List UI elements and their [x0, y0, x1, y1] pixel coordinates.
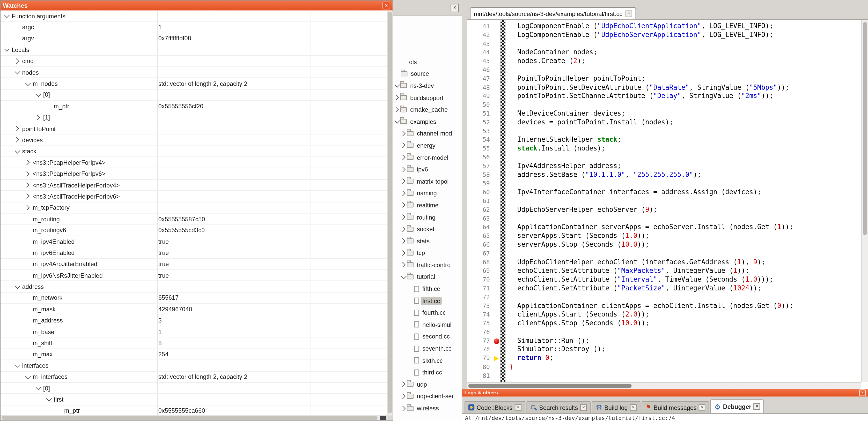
code-line[interactable] — [509, 39, 861, 48]
code-line[interactable] — [509, 101, 861, 110]
line-number[interactable]: 55 — [467, 144, 493, 153]
code-line[interactable]: serverApps.Stop (Seconds (10.0)); — [509, 240, 861, 249]
watch-row[interactable]: <ns3::PcapHelperForIpv4> — [1, 157, 387, 169]
marker-slot[interactable] — [493, 118, 500, 127]
marker-slot[interactable] — [493, 136, 500, 144]
watch-row[interactable]: nodes — [1, 67, 387, 78]
code-line[interactable]: pointToPoint.SetChannelAttribute ("Delay… — [509, 92, 861, 101]
tree-item[interactable]: udp — [393, 378, 462, 390]
chevron-right-icon[interactable] — [14, 58, 21, 64]
watch-row[interactable]: m_ptr0x55555556cf20 — [1, 101, 387, 112]
line-number[interactable]: 69 — [467, 267, 493, 276]
editor-tab[interactable]: mnt/dev/tools/source/ns-3-dev/examples/t… — [470, 7, 637, 20]
chevron-right-icon[interactable] — [401, 381, 407, 387]
watch-row[interactable]: Locals — [1, 44, 387, 56]
watch-row[interactable]: m_nodesstd::vector of length 2, capacity… — [1, 78, 387, 90]
chevron-right-icon[interactable] — [401, 190, 407, 196]
tree-item[interactable]: wireless — [393, 402, 462, 414]
chevron-right-icon[interactable] — [401, 154, 407, 161]
tree-item[interactable]: ns-3-dev — [393, 79, 462, 92]
editor-horizontal-scrollbar-thumb[interactable] — [468, 384, 632, 388]
watch-row[interactable]: m_network655617 — [1, 292, 387, 304]
tree-item[interactable]: udp-client-ser — [393, 390, 462, 402]
code-line[interactable]: clientApps.Start (Seconds (2.0)); — [509, 311, 861, 319]
line-number[interactable]: 74 — [467, 311, 493, 319]
breakpoint-margin[interactable] — [493, 20, 500, 382]
line-number[interactable]: 60 — [467, 188, 493, 197]
tree-item[interactable]: buildsupport — [393, 92, 462, 104]
chevron-right-icon[interactable] — [25, 204, 31, 211]
tree-item[interactable]: cmake_cache — [393, 104, 462, 116]
tree-item[interactable]: traffic-contro — [393, 259, 462, 271]
breakpoint-icon[interactable] — [494, 338, 499, 344]
line-number[interactable]: 43 — [467, 39, 493, 48]
line-number[interactable]: 59 — [467, 180, 493, 188]
chevron-right-icon[interactable] — [401, 142, 407, 149]
watch-row[interactable]: <ns3::AsciiTraceHelperForIpv4> — [1, 180, 387, 191]
code-line[interactable] — [509, 215, 861, 223]
code-line[interactable]: Ipv4AddressHelper address; — [509, 162, 861, 171]
watches-horizontal-scrollbar-thumb[interactable] — [2, 416, 377, 420]
marker-slot[interactable] — [493, 328, 500, 337]
logs-tab-code-blocks[interactable]: Code::Blocks× — [465, 401, 525, 413]
watch-row[interactable]: cmd — [1, 56, 387, 67]
code-line[interactable]: NetDeviceContainer devices; — [509, 109, 861, 118]
panel-splitter[interactable] — [462, 0, 467, 389]
tree-item[interactable]: ols — [393, 56, 462, 68]
marker-slot[interactable] — [493, 249, 500, 258]
code-line[interactable] — [509, 197, 861, 205]
tree-item[interactable]: ipv6 — [393, 163, 462, 175]
tree-item[interactable]: fifth.cc — [393, 283, 462, 295]
editor-tab-close-icon[interactable]: × — [626, 10, 632, 17]
chevron-down-icon[interactable] — [35, 92, 42, 98]
line-number[interactable]: 63 — [467, 215, 493, 223]
marker-slot[interactable] — [493, 363, 500, 371]
code-line[interactable]: NodeContainer nodes; — [509, 48, 861, 57]
watch-row[interactable]: argv0x7fffffffdf08 — [1, 33, 387, 44]
watch-row[interactable]: devices — [1, 134, 387, 146]
chevron-right-icon[interactable] — [14, 126, 21, 132]
marker-slot[interactable] — [493, 153, 500, 162]
line-number[interactable]: 68 — [467, 258, 493, 267]
code-line[interactable]: clientApps.Stop (Seconds (10.0)); — [509, 319, 861, 328]
line-number[interactable]: 48 — [467, 83, 493, 92]
code-line[interactable]: address.SetBase ("10.1.1.0", "255.255.25… — [509, 171, 861, 180]
chevron-right-icon[interactable] — [25, 193, 31, 199]
marker-slot[interactable] — [493, 223, 500, 232]
logs-tab-search-results[interactable]: Search results× — [526, 401, 591, 413]
line-number[interactable]: 54 — [467, 136, 493, 144]
chevron-right-icon[interactable] — [394, 95, 400, 101]
code-line[interactable] — [509, 249, 861, 258]
line-number[interactable]: 53 — [467, 127, 493, 136]
chevron-down-icon[interactable] — [401, 274, 407, 280]
tab-close-icon[interactable]: × — [580, 404, 587, 411]
editor-vertical-scrollbar[interactable] — [861, 20, 868, 382]
chevron-down-icon[interactable] — [4, 13, 10, 19]
marker-slot[interactable] — [493, 39, 500, 48]
watch-row[interactable]: [0] — [1, 90, 387, 101]
marker-slot[interactable] — [493, 319, 500, 328]
tree-item[interactable]: hello-simul — [393, 319, 462, 330]
tree-item[interactable]: first.cc — [393, 295, 462, 307]
tree-item[interactable]: source — [393, 68, 462, 79]
chevron-down-icon[interactable] — [14, 69, 21, 75]
code-line[interactable]: pointToPoint.SetDeviceAttribute ("DataRa… — [509, 83, 861, 92]
tree-item[interactable]: energy — [393, 139, 462, 151]
code-line[interactable]: serverApps.Start (Seconds (1.0)); — [509, 232, 861, 241]
line-number[interactable]: 58 — [467, 171, 493, 180]
watches-close-icon[interactable]: × — [382, 2, 390, 9]
tree-item[interactable]: examples — [393, 116, 462, 128]
line-number[interactable]: 65 — [467, 232, 493, 241]
tree-item[interactable]: socket — [393, 223, 462, 235]
chevron-down-icon[interactable] — [46, 396, 52, 402]
tab-close-icon[interactable]: × — [754, 403, 760, 410]
line-number[interactable]: 70 — [467, 276, 493, 284]
code-line[interactable] — [509, 293, 861, 302]
code-line[interactable] — [509, 153, 861, 162]
tree-item[interactable]: tutorial — [393, 271, 462, 283]
marker-slot[interactable] — [493, 57, 500, 66]
watch-row[interactable]: [0] — [1, 383, 387, 394]
watch-row[interactable]: m_base1 — [1, 326, 387, 338]
marker-slot[interactable] — [493, 337, 500, 346]
chevron-right-icon[interactable] — [35, 114, 42, 121]
